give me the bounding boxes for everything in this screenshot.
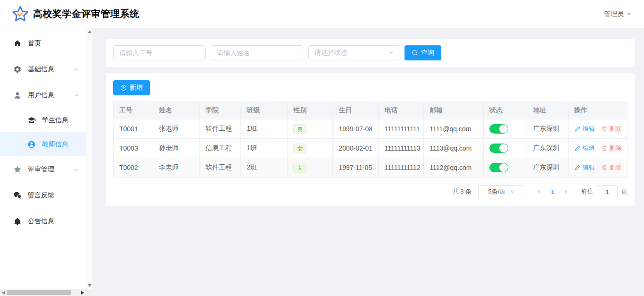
graduation-cap-icon	[27, 116, 36, 125]
cell-phone: 11111111112	[379, 158, 424, 178]
column-header-8: 状态	[483, 102, 527, 119]
edit-button[interactable]: 编辑	[574, 163, 595, 172]
gender-tag: 女	[293, 144, 306, 153]
cell-name: 李老师	[153, 158, 199, 178]
user-icon	[13, 91, 22, 100]
sidebar-item-label: 公告信息	[28, 217, 54, 226]
horizontal-scroll-thumb[interactable]	[7, 290, 71, 295]
pencil-icon	[574, 145, 581, 152]
sidebar-item-feedback[interactable]: 留言反馈	[0, 182, 86, 208]
status-toggle[interactable]	[489, 144, 508, 153]
cell-gender: 女	[288, 139, 333, 158]
page-size-value: 5条/页	[488, 187, 506, 196]
delete-button[interactable]: 删除	[601, 125, 622, 133]
cell-address: 广东深圳	[527, 119, 568, 139]
cell-employee-id: T0001	[114, 119, 153, 139]
cell-address: 广东深圳	[527, 139, 568, 158]
table-row: T0002李老师软件工程2班女1997-11-05111111111121112…	[114, 158, 627, 178]
sidebar-item-review-mgmt[interactable]: 评审管理	[0, 156, 86, 182]
cell-birthday: 2000-02-01	[333, 139, 379, 158]
scroll-up-arrow-icon[interactable]	[88, 30, 91, 33]
sidebar-item-announcements[interactable]: 公告信息	[0, 208, 86, 234]
page-size-select[interactable]: 5条/页	[478, 185, 525, 198]
employee-id-input[interactable]	[113, 45, 206, 60]
sidebar-item-user-info[interactable]: 用户信息	[0, 82, 86, 108]
column-header-10: 操作	[568, 102, 627, 119]
sidebar-vertical-scrollbar[interactable]	[86, 28, 92, 289]
pagination: 共 3 条 5条/页 1 前往 页	[113, 185, 627, 198]
chevron-down-icon	[74, 67, 79, 72]
delete-button[interactable]: 删除	[601, 163, 622, 172]
trash-icon	[601, 164, 608, 171]
sidebar-item-basic-info[interactable]: 基础信息	[0, 56, 86, 82]
query-button[interactable]: 查询	[405, 45, 441, 60]
sidebar-item-label: 用户信息	[28, 91, 54, 100]
user-name: 管理员	[604, 10, 624, 18]
table-body: T0001张老师软件工程1班男1999-07-08111111111111111…	[114, 119, 627, 178]
cell-gender: 女	[288, 158, 333, 178]
cell-status	[483, 139, 527, 158]
cell-name: 孙老师	[153, 139, 199, 158]
scrollbar-corner	[86, 289, 92, 296]
delete-button[interactable]: 删除	[601, 144, 622, 152]
chevron-down-icon	[626, 10, 632, 18]
scroll-down-arrow-icon[interactable]	[88, 284, 91, 287]
cell-class: 2班	[241, 158, 288, 178]
next-page-button[interactable]	[559, 185, 572, 198]
add-button[interactable]: 新增	[113, 80, 150, 95]
scroll-right-arrow-icon[interactable]	[81, 291, 84, 295]
trash-icon	[601, 145, 608, 152]
sidebar-menu: 首页 基础信息 用户信息	[0, 28, 86, 289]
teacher-table: 工号姓名学院班级性别生日电话邮箱状态地址操作 T0001张老师软件工程1班男19…	[113, 101, 627, 178]
sidebar-item-label: 留言反馈	[28, 191, 54, 200]
cell-birthday: 1997-11-05	[333, 158, 379, 178]
column-header-0: 工号	[114, 102, 153, 119]
sidebar-horizontal-scrollbar[interactable]	[0, 289, 86, 296]
cell-status	[483, 119, 527, 139]
edit-label: 编辑	[583, 144, 595, 152]
status-select[interactable]: 请选择状态	[308, 45, 399, 60]
bell-icon	[13, 217, 22, 226]
sidebar-item-home[interactable]: 首页	[0, 30, 86, 56]
cell-class: 1班	[241, 139, 288, 158]
delete-label: 删除	[610, 125, 622, 133]
delete-label: 删除	[610, 163, 622, 172]
user-menu[interactable]: 管理员	[604, 10, 632, 18]
cell-birthday: 1999-07-08	[333, 119, 379, 139]
sidebar-item-label: 基础信息	[28, 65, 54, 74]
chevron-down-icon	[510, 188, 515, 195]
gear-icon	[13, 65, 22, 74]
name-input[interactable]	[211, 45, 303, 60]
add-button-label: 新增	[130, 84, 143, 92]
table-header-row: 工号姓名学院班级性别生日电话邮箱状态地址操作	[114, 102, 627, 119]
prev-page-button[interactable]	[533, 185, 546, 198]
edit-label: 编辑	[583, 163, 595, 172]
goto-page-input[interactable]	[597, 185, 618, 198]
cell-name: 张老师	[153, 119, 199, 139]
table-panel: 新增 工号姓名学院班级性别生日电话邮箱状态地址操作 T0001张老师软件工程1班…	[106, 73, 635, 206]
status-toggle[interactable]	[489, 163, 508, 172]
scroll-left-arrow-icon[interactable]	[2, 291, 5, 295]
cell-operations: 编辑删除	[568, 158, 627, 178]
trash-icon	[601, 126, 608, 132]
chat-bubbles-icon	[13, 191, 22, 200]
sidebar-item-teacher-info[interactable]: 教师信息	[0, 132, 86, 156]
cell-address: 广东深圳	[527, 158, 568, 178]
cell-college: 软件工程	[200, 119, 241, 139]
column-header-9: 地址	[527, 102, 568, 119]
main-content: 请选择状态 查询 新增	[92, 28, 644, 296]
column-header-1: 姓名	[153, 102, 199, 119]
gender-tag: 男	[293, 124, 306, 134]
page-title: 高校奖学金评审管理系统	[33, 8, 140, 20]
sidebar-item-student-info[interactable]: 学生信息	[0, 108, 86, 132]
app-logo-star-icon	[11, 5, 29, 23]
sidebar-item-label: 教师信息	[42, 140, 68, 149]
edit-button[interactable]: 编辑	[574, 144, 595, 152]
column-header-5: 生日	[333, 102, 379, 119]
edit-button[interactable]: 编辑	[574, 125, 595, 133]
current-page[interactable]: 1	[546, 188, 559, 195]
column-header-2: 学院	[200, 102, 241, 119]
goto-label: 前往	[581, 187, 593, 196]
cell-email: 1111@qq.com	[424, 119, 483, 139]
status-toggle[interactable]	[489, 124, 508, 134]
